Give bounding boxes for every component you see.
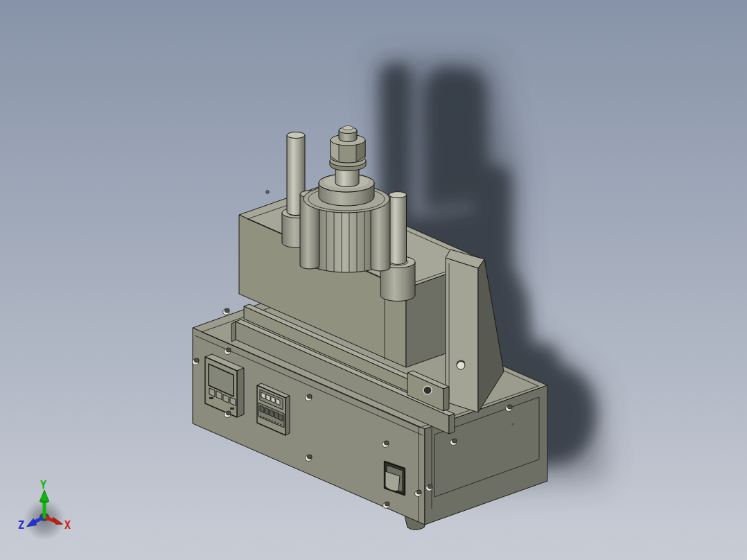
cap-nut-button bbox=[343, 126, 353, 130]
display-mark bbox=[209, 397, 213, 399]
clamp-block-end bbox=[443, 387, 449, 411]
bracket-left-face[interactable] bbox=[446, 258, 478, 412]
x-axis-label: X bbox=[64, 519, 71, 532]
cad-viewport[interactable]: Y Z X bbox=[0, 0, 747, 560]
viewport-canvas[interactable]: Y Z X bbox=[0, 0, 747, 560]
clamp-block-hole bbox=[423, 386, 432, 394]
right-rod-wall[interactable] bbox=[389, 195, 407, 264]
top-screw-dot bbox=[266, 191, 269, 193]
left-rod-top bbox=[287, 132, 305, 139]
right-rod-top bbox=[389, 192, 407, 198]
display-panel-side bbox=[237, 368, 244, 417]
rail-left-end bbox=[231, 322, 236, 342]
rail-lower-end bbox=[449, 414, 455, 434]
display-mark bbox=[230, 408, 234, 410]
terminal-panel-side bbox=[285, 396, 290, 435]
z-axis-label: Z bbox=[18, 519, 24, 532]
y-axis-label: Y bbox=[40, 479, 46, 491]
